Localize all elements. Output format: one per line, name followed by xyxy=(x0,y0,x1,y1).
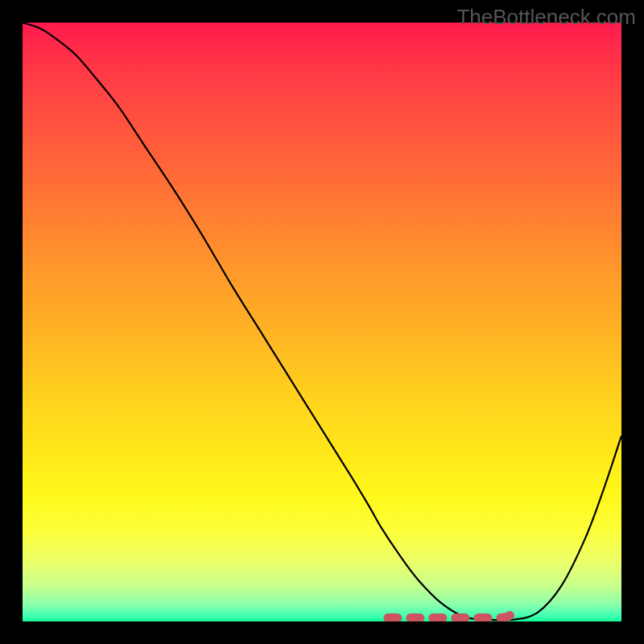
chart-container: TheBottleneck.com xyxy=(0,0,644,644)
plot-area xyxy=(23,23,621,621)
curve-svg xyxy=(23,23,621,621)
bottleneck-curve xyxy=(23,23,621,621)
optimal-flat-segment xyxy=(388,612,514,618)
watermark-text: TheBottleneck.com xyxy=(456,5,636,30)
